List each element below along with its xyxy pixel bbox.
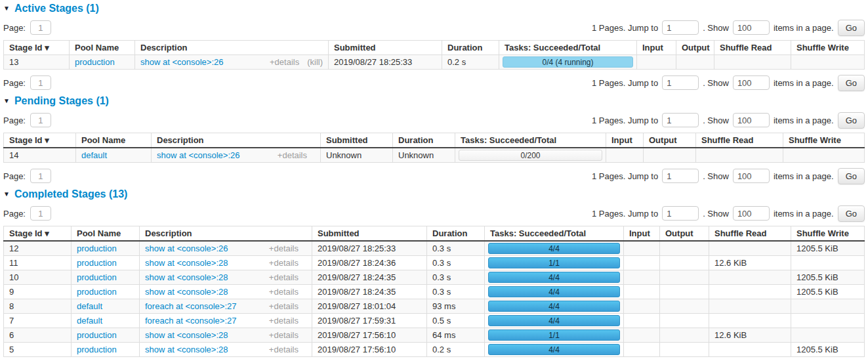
col-header-tasks[interactable]: Tasks: Succeeded/Total [485, 226, 624, 242]
pagination-row: Page: 1 Pages. Jump to . Show items in a… [3, 167, 865, 184]
col-header-shuffle-write[interactable]: Shuffle Write [791, 226, 865, 242]
col-header-description[interactable]: Description [140, 226, 312, 242]
col-header-pool-name[interactable]: Pool Name [70, 41, 135, 55]
pool-name-link[interactable]: production [77, 330, 117, 340]
go-button[interactable]: Go [838, 20, 865, 36]
col-header-duration[interactable]: Duration [393, 133, 455, 148]
section-title-text: Active Stages (1) [14, 3, 99, 14]
col-header-description[interactable]: Description [135, 41, 329, 55]
go-button[interactable]: Go [838, 75, 865, 91]
details-toggle[interactable]: +details [278, 150, 307, 160]
description-link[interactable]: foreach at <console>:27 [145, 316, 237, 326]
items-per-page-input[interactable] [733, 75, 770, 90]
active-stages-header[interactable]: ▼ Active Stages (1) [3, 3, 865, 14]
col-header-input[interactable]: Input [606, 133, 644, 148]
page-number-input[interactable] [30, 75, 51, 90]
details-toggle[interactable]: +details [269, 301, 299, 311]
pool-name-link[interactable]: default [77, 316, 102, 326]
page-number-input[interactable] [30, 169, 51, 183]
col-header-submitted[interactable]: Submitted [312, 226, 427, 242]
col-header-duration[interactable]: Duration [442, 41, 499, 55]
completed-stages-header[interactable]: ▼ Completed Stages (13) [3, 188, 865, 200]
tasks-cell: 1/1 [485, 328, 624, 343]
jump-to-input[interactable] [662, 169, 699, 183]
pool-name-link[interactable]: production [75, 57, 115, 67]
items-per-page-input[interactable] [733, 206, 770, 221]
pool-name-link[interactable]: production [77, 258, 117, 268]
page-label: Page: [3, 209, 26, 219]
page-number-input[interactable] [30, 20, 51, 35]
stage-row: 13 production show at <console>:26 +deta… [4, 55, 865, 70]
col-header-description[interactable]: Description [152, 133, 321, 148]
details-toggle[interactable]: +details [270, 57, 299, 67]
col-header-stage-id[interactable]: Stage Id ▾ [4, 133, 76, 148]
col-header-output[interactable]: Output [676, 41, 714, 55]
col-header-shuffle-write[interactable]: Shuffle Write [791, 41, 865, 55]
col-header-tasks[interactable]: Tasks: Succeeded/Total [499, 41, 637, 55]
input-cell [637, 55, 676, 70]
col-header-output[interactable]: Output [644, 133, 696, 148]
go-button[interactable]: Go [838, 168, 865, 184]
pending-stages-header[interactable]: ▼ Pending Stages (1) [3, 95, 865, 107]
pool-name-link[interactable]: production [77, 272, 117, 282]
details-toggle[interactable]: +details [269, 330, 299, 340]
page-number-input[interactable] [30, 206, 51, 221]
description-link[interactable]: show at <console>:28 [145, 287, 228, 297]
go-button[interactable]: Go [838, 112, 865, 129]
jump-to-input[interactable] [662, 113, 699, 127]
description-link[interactable]: show at <console>:28 [145, 330, 228, 340]
details-toggle[interactable]: +details [269, 287, 299, 297]
shuffle-read-cell [709, 343, 791, 357]
description-link[interactable]: show at <console>:28 [145, 345, 228, 354]
submitted-cell: 2019/08/27 17:59:31 [312, 314, 427, 328]
items-per-page-input[interactable] [733, 169, 770, 183]
description-link[interactable]: show at <console>:28 [145, 272, 228, 282]
col-header-input[interactable]: Input [624, 226, 660, 242]
pool-name-link[interactable]: production [77, 287, 117, 297]
page-number-input[interactable] [30, 113, 51, 127]
description-link[interactable]: foreach at <console>:27 [145, 301, 237, 311]
pool-name-link[interactable]: default [81, 150, 107, 160]
submitted-cell: 2019/08/27 17:56:10 [312, 328, 427, 343]
jump-to-input[interactable] [662, 75, 699, 90]
details-toggle[interactable]: +details [269, 316, 299, 326]
items-per-page-input[interactable] [733, 113, 770, 127]
col-header-stage-id[interactable]: Stage Id ▾ [4, 226, 72, 242]
col-header-shuffle-read[interactable]: Shuffle Read [709, 226, 791, 242]
col-header-duration[interactable]: Duration [427, 226, 485, 242]
tasks-cell: 4/4 [485, 343, 624, 357]
pool-name-link[interactable]: default [77, 301, 102, 311]
section-title-text: Completed Stages (13) [14, 188, 127, 200]
col-header-stage-id[interactable]: Stage Id ▾ [4, 41, 70, 55]
kill-link[interactable]: (kill) [307, 57, 323, 67]
details-toggle[interactable]: +details [269, 272, 299, 282]
pages-count-text: 1 Pages. Jump to [592, 116, 658, 125]
col-header-submitted[interactable]: Submitted [329, 41, 442, 55]
description-link[interactable]: show at <console>:26 [145, 244, 228, 253]
col-header-pool-name[interactable]: Pool Name [76, 133, 152, 148]
show-text: . Show [703, 116, 729, 125]
col-header-tasks[interactable]: Tasks: Succeeded/Total [455, 133, 606, 148]
jump-to-input[interactable] [662, 20, 699, 35]
pool-name-link[interactable]: production [77, 345, 117, 354]
jump-to-input[interactable] [662, 206, 699, 221]
description-link[interactable]: show at <console>:26 [140, 57, 223, 67]
details-toggle[interactable]: +details [269, 345, 299, 354]
col-header-shuffle-read[interactable]: Shuffle Read [714, 41, 791, 55]
description-link[interactable]: show at <console>:26 [157, 150, 239, 160]
col-header-submitted[interactable]: Submitted [321, 133, 393, 148]
col-header-input[interactable]: Input [637, 41, 676, 55]
col-header-pool-name[interactable]: Pool Name [72, 226, 140, 242]
output-cell [660, 241, 709, 256]
go-button[interactable]: Go [838, 205, 865, 222]
details-toggle[interactable]: +details [269, 244, 299, 253]
pool-name-link[interactable]: production [77, 244, 117, 253]
items-per-page-input[interactable] [733, 20, 770, 35]
description-cell: foreach at <console>:27 +details [140, 314, 312, 328]
col-header-output[interactable]: Output [660, 226, 709, 242]
col-header-shuffle-write[interactable]: Shuffle Write [783, 133, 865, 148]
description-link[interactable]: show at <console>:28 [145, 258, 228, 268]
details-toggle[interactable]: +details [269, 258, 299, 268]
col-header-shuffle-read[interactable]: Shuffle Read [696, 133, 783, 148]
task-progress-bar: 4/4 [488, 272, 620, 283]
